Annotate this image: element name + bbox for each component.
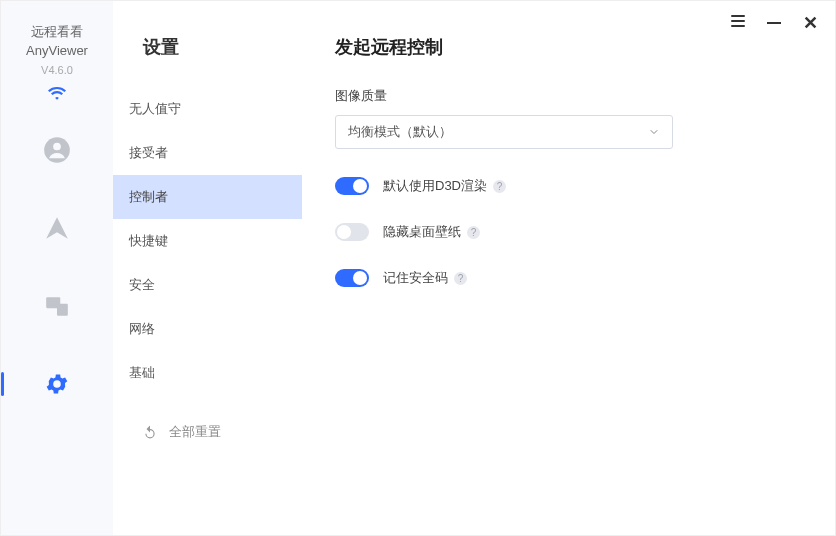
wifi-icon	[48, 86, 66, 100]
svg-rect-3	[57, 304, 68, 316]
toggle-remember[interactable]	[335, 269, 369, 287]
image-quality-value: 均衡模式（默认）	[348, 123, 452, 141]
rail-settings[interactable]	[1, 362, 113, 406]
toggle-d3d-label: 默认使用D3D渲染	[383, 177, 487, 195]
settings-item-security[interactable]: 安全	[113, 263, 302, 307]
toggle-wallpaper-label: 隐藏桌面壁纸	[383, 223, 461, 241]
settings-item-network[interactable]: 网络	[113, 307, 302, 351]
page-title: 发起远程控制	[335, 35, 795, 59]
main-panel: 发起远程控制 图像质量 均衡模式（默认） 默认使用D3D渲染 ? 隐藏桌面壁纸 …	[303, 1, 835, 535]
toggle-wallpaper[interactable]	[335, 223, 369, 241]
undo-icon	[143, 425, 157, 439]
close-button[interactable]: ✕	[803, 14, 818, 32]
minimize-button[interactable]	[767, 15, 781, 30]
settings-item-controller[interactable]: 控制者	[113, 175, 302, 219]
rail-devices[interactable]	[1, 284, 113, 328]
app-version: V4.6.0	[41, 64, 73, 76]
app-subname: AnyViewer	[26, 43, 88, 58]
image-quality-select[interactable]: 均衡模式（默认）	[335, 115, 673, 149]
rail-account[interactable]	[1, 128, 113, 172]
rail-connect[interactable]	[1, 206, 113, 250]
settings-title: 设置	[139, 35, 302, 59]
settings-item-unattended[interactable]: 无人值守	[113, 87, 302, 131]
svg-point-1	[53, 143, 61, 151]
settings-item-basic[interactable]: 基础	[113, 351, 302, 395]
help-icon[interactable]: ?	[467, 226, 480, 239]
help-icon[interactable]: ?	[454, 272, 467, 285]
settings-item-recipient[interactable]: 接受者	[113, 131, 302, 175]
settings-item-shortcut[interactable]: 快捷键	[113, 219, 302, 263]
app-name: 远程看看	[31, 23, 83, 41]
help-icon[interactable]: ?	[493, 180, 506, 193]
image-quality-label: 图像质量	[335, 87, 795, 105]
menu-icon[interactable]	[731, 12, 745, 33]
toggle-d3d[interactable]	[335, 177, 369, 195]
chevron-down-icon	[648, 126, 660, 138]
nav-rail: 远程看看 AnyViewer V4.6.0	[1, 1, 113, 535]
reset-all[interactable]: 全部重置	[139, 423, 302, 441]
reset-label: 全部重置	[169, 423, 221, 441]
settings-panel: 设置 无人值守 接受者 控制者 快捷键 安全 网络 基础 全部重置	[113, 1, 303, 535]
toggle-remember-label: 记住安全码	[383, 269, 448, 287]
